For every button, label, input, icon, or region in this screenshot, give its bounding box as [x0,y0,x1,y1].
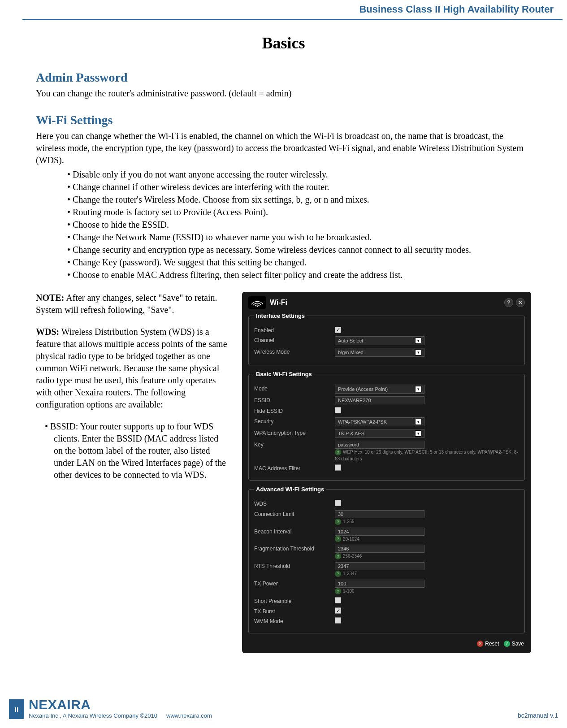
save-button[interactable]: ✓Save [504,641,524,647]
reset-button[interactable]: ✕Reset [477,641,499,647]
channel-select[interactable]: Auto Select▾ [335,336,424,345]
wds-label: WDS: [36,327,59,337]
wifi-bullet: Change Key (password). We suggest that t… [67,256,531,269]
wifi-icon [248,296,266,309]
beacon-range: 20-1024 [343,537,359,542]
footer-url: www.nexaira.com [166,712,212,719]
panel-title: Wi-Fi [270,299,287,307]
wifi-heading: Wi-Fi Settings [36,113,531,127]
wireless-mode-select[interactable]: b/g/n Mixed▾ [335,348,424,357]
svg-point-0 [257,306,258,307]
nexaira-logo: NEXAIRA [29,697,157,712]
wds-field-label: WDS [254,500,335,507]
wifi-bullet: Change channel if other wireless devices… [67,181,531,193]
chevron-down-icon: ▾ [415,430,421,437]
footer-version: bc2manual v.1 [518,712,558,719]
interface-settings-group: Interface Settings Enabled ✓ Channel Aut… [248,312,525,365]
channel-label: Channel [254,336,335,343]
enabled-checkbox[interactable]: ✓ [335,327,341,333]
info-icon: ? [335,588,341,594]
fragmentation-input[interactable]: 2346 [335,545,424,553]
help-icon[interactable]: ? [504,298,513,307]
wifi-bullet: Change the Network Name (ESSID) to whate… [67,231,531,243]
wifi-bullets: Disable only if you do not want anyone a… [36,168,531,281]
rts-threshold-label: RTS Threshold [254,562,335,569]
wmm-mode-checkbox[interactable] [335,617,341,624]
wifi-bullet: Change security and encryption type as n… [67,243,531,256]
panel-header: Wi-Fi ? ✕ [248,296,525,309]
x-icon: ✕ [477,641,483,647]
hide-essid-label: Hide ESSID [254,407,335,414]
chevron-down-icon: ▾ [415,419,421,425]
note-label: NOTE: [36,293,64,303]
panel-footer: ✕Reset ✓Save [248,639,525,647]
connection-limit-range: 1-255 [343,519,355,524]
wifi-settings-panel: Wi-Fi ? ✕ Interface Settings Enabled ✓ C… [242,292,531,653]
beacon-interval-input[interactable]: 1024 [335,528,424,536]
main-content: Basics Admin Password You can change the… [0,20,567,653]
fragmentation-range: 256-2346 [343,554,362,559]
mac-filter-label: MAC Address Filter [254,464,335,472]
advanced-wifi-group: Advanced Wi-Fi Settings WDS Connection L… [248,486,525,633]
product-line: Business Class II High Availability Rout… [359,4,554,15]
admin-heading: Admin Password [36,70,531,85]
wifi-bullet: Disable only if you do not want anyone a… [67,168,531,181]
interface-legend: Interface Settings [254,312,307,319]
connection-limit-input[interactable]: 30 [335,510,424,518]
wds-paragraph: WDS: Wireless Distribution System (WDS) … [36,326,229,411]
tx-power-input[interactable]: 100 [335,580,424,588]
page-number-tab: II [9,699,24,719]
company-text: Nexaira Inc., A Nexaira Wireless Company… [29,712,157,719]
wds-checkbox[interactable] [335,500,341,506]
wifi-intro: Here you can change whether the Wi-Fi is… [36,130,531,166]
mode-select[interactable]: Provide (Access Point)▾ [335,385,424,394]
wireless-mode-label: Wireless Mode [254,348,335,355]
key-help: WEP Hex: 10 or 26 digits only, WEP ASCII… [335,450,518,461]
basic-wifi-group: Basic Wi-Fi Settings Mode Provide (Acces… [248,371,525,481]
admin-text: You can change the router's administrati… [36,87,531,100]
chevron-down-icon: ▾ [415,386,421,392]
bssid-bullet: • BSSID: Your router supports up to four… [36,420,229,481]
mac-filter-checkbox[interactable] [335,464,341,471]
note-paragraph: NOTE: After any changes, select "Save" t… [36,292,229,316]
chevron-down-icon: ▾ [415,349,421,355]
key-input[interactable]: password [335,441,424,449]
tx-burst-checkbox[interactable]: ✓ [335,607,341,614]
connection-limit-label: Connection Limit [254,510,335,517]
tx-range: 1-100 [343,589,355,594]
mode-label: Mode [254,385,335,392]
essid-label: ESSID [254,396,335,403]
fragmentation-label: Fragmentation Threshold [254,545,335,552]
check-icon: ✓ [504,641,510,647]
wifi-bullet: Change the router's Wireless Mode. Choos… [67,193,531,206]
rts-threshold-input[interactable]: 2347 [335,562,424,570]
hide-essid-checkbox[interactable] [335,407,341,413]
info-icon: ? [335,449,341,455]
wifi-bullet: Choose to hide the ESSID. [67,218,531,231]
short-preamble-checkbox[interactable] [335,597,341,603]
tx-power-label: TX Power [254,580,335,587]
info-icon: ? [335,519,341,525]
key-label: Key [254,441,335,448]
basic-legend: Basic Wi-Fi Settings [254,371,314,377]
encryption-label: WPA Encryption Type [254,429,335,436]
security-label: Security [254,417,335,425]
document-header: Business Class II High Availability Rout… [22,0,563,20]
wifi-bullet: Choose to enable MAC Address filtering, … [67,269,531,281]
short-preamble-label: Short Preamble [254,597,335,604]
wds-text: Wireless Distribution System (WDS) is a … [36,327,227,409]
page-title: Basics [36,34,531,52]
wifi-bullet: Routing mode is factory set to Provide (… [67,206,531,218]
page-footer: II NEXAIRA Nexaira Inc., A Nexaira Wirel… [9,697,558,719]
security-select[interactable]: WPA-PSK/WPA2-PSK▾ [335,417,424,426]
enabled-label: Enabled [254,326,335,334]
close-icon[interactable]: ✕ [516,298,525,307]
essid-input[interactable]: NEXWARE270 [335,396,424,404]
right-column: Wi-Fi ? ✕ Interface Settings Enabled ✓ C… [242,292,531,653]
chevron-down-icon: ▾ [415,338,421,344]
tx-burst-label: TX Burst [254,607,335,615]
info-icon: ? [335,571,341,577]
encryption-select[interactable]: TKIP & AES▾ [335,429,424,438]
wmm-mode-label: WMM Mode [254,617,335,624]
advanced-legend: Advanced Wi-Fi Settings [254,486,326,493]
